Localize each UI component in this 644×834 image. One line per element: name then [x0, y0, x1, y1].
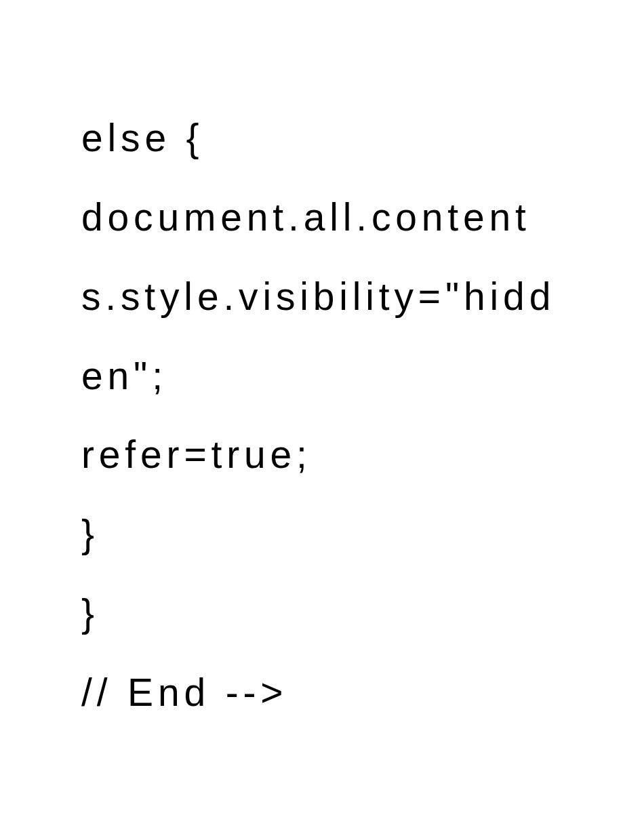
- code-line: else {: [81, 98, 563, 178]
- code-block: else { document.all.contents.style.visib…: [0, 0, 644, 814]
- code-line: // End -->: [81, 653, 563, 732]
- code-line: refer=true;: [81, 415, 563, 494]
- code-line: }: [81, 574, 563, 653]
- code-line: document.all.contents.style.visibility="…: [81, 178, 563, 416]
- code-line: }: [81, 494, 563, 574]
